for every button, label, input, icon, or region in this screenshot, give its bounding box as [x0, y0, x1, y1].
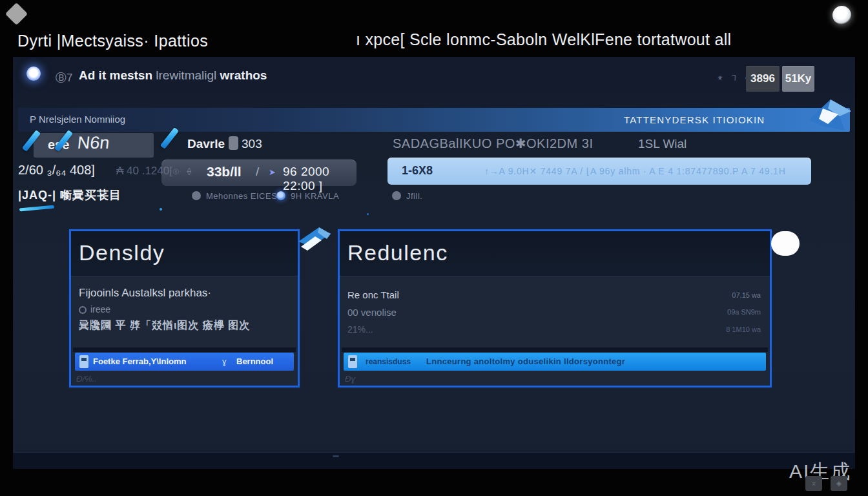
page-title-part3: wrathos: [220, 68, 267, 82]
banner-left-label: P Nrelsjelen Nomniiog: [30, 114, 125, 125]
selected-row-badge: Bernnool: [236, 356, 273, 366]
redulenc-row2-label: 00 venolise: [347, 307, 397, 318]
panel-density-header: Densldy: [71, 231, 298, 276]
status-orb-icon: [832, 6, 851, 25]
radio-option1-label[interactable]: Mehonnes EICES: [206, 191, 277, 201]
window-title: Dyrti |Mectsyaiss· Ipattios: [17, 32, 208, 50]
segment-separator: /: [256, 165, 259, 179]
radio-option2-dot[interactable]: [276, 191, 285, 200]
cyan-underline-icon: [19, 205, 54, 212]
redulenc-row1-label: Re onc Ttail: [347, 289, 399, 300]
selected-row-key: reansisduss: [366, 357, 411, 366]
check-icon: ɣ: [222, 356, 227, 366]
date-range-control[interactable]: ⌾ ⟠ 33b/ll / ➤ 96 2000 22:00 ]: [161, 160, 356, 186]
blue-3d-arrow-icon: [805, 97, 855, 137]
tab-303-label[interactable]: 303: [242, 137, 262, 151]
radio-option2-label[interactable]: 9H KRAVLA: [291, 191, 339, 201]
segment-value-b[interactable]: 96 2000 22:00 ]: [283, 165, 356, 193]
tab-davrle[interactable]: Davrle: [187, 137, 225, 151]
panel-redulenc-title: Redulenc: [347, 240, 448, 265]
breadcrumb: SADAGBalIKUO PO✱OKI2DM 3I: [393, 136, 593, 151]
mini-button-1[interactable]: ⌅: [805, 476, 822, 491]
redulenc-row2-value: 09a SN9m: [727, 308, 761, 316]
pill-label: 1-6X8: [402, 164, 433, 178]
ring-icon: [79, 306, 87, 314]
radio-option1-dot[interactable]: [192, 191, 201, 200]
tab-right-label: 1SL Wial: [638, 137, 687, 151]
blue-speck: [160, 208, 162, 211]
density-footer: Ð/℅..: [76, 374, 97, 384]
banner-right-label: TATTENYDERSK ITIOIOKIN: [624, 114, 765, 125]
list-item-icon: [348, 355, 357, 368]
density-line2: ireee: [79, 304, 110, 315]
white-blob-cursor: [771, 231, 800, 256]
panel-density: Densldy Fijooinls Austalksl parkhas· ire…: [69, 229, 300, 388]
screenshot-root: Dyrti |Mectsyaiss· Ipattios ı xpce[ Scle…: [0, 0, 868, 496]
header-button-51ky[interactable]: 51Ky: [782, 66, 814, 92]
info-banner[interactable]: P Nrelsjelen Nomniiog TATTENYDERSK ITIOI…: [18, 108, 850, 132]
app-window: Ⓑ7 Ad it mestsn lrewitmaligl wrathos ⁕ ⅂…: [13, 57, 855, 469]
blue-speck: [367, 213, 369, 215]
page-title-part2: lrewitmaligl: [152, 68, 220, 82]
tab-n6n[interactable]: N6n: [76, 133, 110, 153]
segment-value-a[interactable]: 33b/ll: [207, 164, 242, 180]
divider: [73, 347, 296, 352]
legend-label: |JAQ-| 㘅㠱买苌目: [18, 187, 121, 203]
clip-icon: [229, 136, 238, 150]
page-title-part1: Ad it mestsn: [79, 68, 152, 82]
mini-button-2[interactable]: ◈: [831, 476, 847, 491]
header-button-3896[interactable]: 3896: [746, 66, 780, 92]
page-title: Ad it mestsn lrewitmaligl wrathos: [79, 68, 267, 83]
panel-redulenc-header: Redulenc: [340, 231, 770, 276]
play-arrow-icon: ➤: [269, 167, 276, 177]
divider: [342, 347, 768, 352]
counts-label: 2/60 ₃/₆₄ 408]: [18, 163, 95, 178]
radio-option3-label[interactable]: Jfill.: [406, 191, 422, 201]
redulenc-row3-value: 8 1M10 wa: [726, 326, 761, 333]
density-selected-row[interactable]: Foetke Ferrab,Y\Inlomn ɣ Bernnool: [75, 353, 294, 371]
panel-redulenc: Redulenc Re onc Ttail 07.15 wa 00 venoli…: [338, 229, 772, 388]
radio-option3-dot[interactable]: [392, 191, 401, 200]
segment-prefix-icons: ⌾ ⟠: [173, 166, 194, 178]
blue-flag-icon: [296, 226, 332, 258]
list-item-icon: [79, 355, 88, 368]
redulenc-row1-value: 07.15 wa: [732, 291, 761, 299]
density-line2-label: ireee: [90, 304, 110, 315]
redulenc-footer: Ðɣ: [345, 374, 355, 384]
pill-value: ↑→A 9.0H✕ 7449 7A / ⌊A 96y alhm · A E 4 …: [484, 166, 786, 176]
panel-density-title: Densldy: [79, 240, 165, 265]
app-diamond-icon: [5, 3, 28, 25]
redulenc-row3-label: 21%...: [347, 324, 373, 335]
density-line1: Fijooinls Austalksl parkhas·: [79, 287, 211, 300]
density-line3: 㠱㸥㘤 平 㢡「㸚㥢ι图次 㿌㰒 图次: [79, 319, 250, 333]
record-indicator-icon: [26, 67, 41, 81]
status-bar: [13, 452, 855, 469]
selected-row-description: Lnnceurng anoltolmy oduselikin lldorsyon…: [426, 356, 625, 366]
selected-row-text: Foetke Ferrab,Y\Inlomn: [93, 356, 186, 366]
tick-mark: [333, 455, 339, 457]
search-pill-input[interactable]: 1-6X8 ↑→A 9.0H✕ 7449 7A / ⌊A 96y alhm · …: [388, 158, 811, 185]
redulenc-selected-row[interactable]: reansisduss Lnnceurng anoltolmy oduselik…: [344, 353, 766, 371]
window-badge-icon: Ⓑ7: [56, 70, 72, 85]
window-subtitle: ı xpce[ Scle lonmc-Saboln WelKlFene tort…: [356, 30, 731, 49]
